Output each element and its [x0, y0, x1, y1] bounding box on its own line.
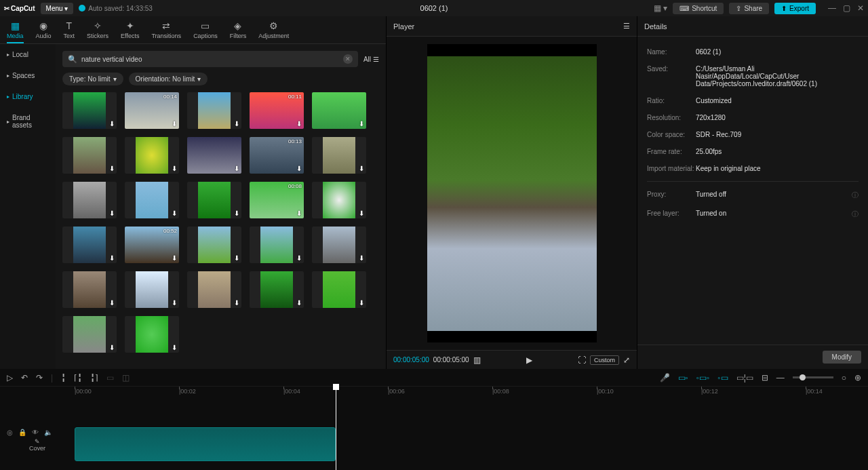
media-thumbnail[interactable]: ⬇ — [250, 271, 304, 308]
media-thumbnail[interactable]: ⬇ — [62, 316, 117, 353]
download-icon[interactable]: ⬇ — [109, 120, 115, 128]
media-thumbnail[interactable]: ⬇ — [62, 92, 117, 129]
media-thumbnail[interactable]: ⬇ — [312, 92, 366, 129]
share-button[interactable]: ⇪ Share — [729, 3, 769, 14]
tab-media[interactable]: ▦Media — [7, 20, 24, 43]
clear-search-icon[interactable]: ✕ — [343, 54, 353, 64]
download-icon[interactable]: ⬇ — [234, 120, 239, 128]
media-thumbnail[interactable]: ⬇ — [187, 182, 241, 218]
media-thumbnail[interactable]: ⬇ — [312, 271, 366, 308]
timeline-clip[interactable] — [75, 427, 336, 461]
media-thumbnail[interactable]: ⬇ — [187, 227, 241, 263]
magnet-icon[interactable]: ◦▭◦ — [696, 373, 710, 383]
tab-adjustment[interactable]: ⚙Adjustment — [258, 20, 289, 43]
export-button[interactable]: ⬆ Export — [774, 3, 816, 14]
download-icon[interactable]: ⬇ — [296, 120, 302, 128]
download-icon[interactable]: ⬇ — [359, 120, 364, 128]
compare-icon[interactable]: ▥ — [473, 355, 481, 365]
filter-orientation[interactable]: Orientation: No limit ▾ — [129, 73, 208, 85]
sidenav-library[interactable]: ▸ Library — [0, 86, 56, 107]
split-icon[interactable]: ╏ — [61, 373, 66, 383]
download-icon[interactable]: ⬇ — [172, 344, 177, 351]
selection-tool-icon[interactable]: ▷ — [7, 373, 13, 383]
shortcut-button[interactable]: ⌨ Shortcut — [673, 3, 724, 14]
download-icon[interactable]: ⬇ — [234, 254, 239, 262]
delete-icon[interactable]: ▭ — [106, 373, 114, 383]
media-thumbnail[interactable]: ⬇ — [312, 227, 366, 263]
crop-icon[interactable]: ◫ — [122, 373, 130, 383]
magnet-main-icon[interactable]: ▭◦ — [678, 373, 688, 383]
media-thumbnail[interactable]: ⬇ — [62, 137, 117, 174]
download-icon[interactable]: ⬇ — [359, 165, 364, 172]
split-right-icon[interactable]: ╏⌉ — [90, 373, 98, 383]
media-thumbnail[interactable]: ⬇ — [62, 271, 117, 308]
play-button[interactable]: ▶ — [526, 355, 532, 365]
tab-filters[interactable]: ◈Filters — [230, 20, 247, 43]
redo-icon[interactable]: ↷ — [36, 373, 43, 383]
media-thumbnail[interactable]: ⬇ — [187, 271, 241, 308]
info-icon[interactable]: ⓘ — [852, 210, 859, 219]
menu-button[interactable]: Menu ▾ — [41, 3, 74, 14]
media-thumbnail[interactable]: 00:52⬇ — [125, 227, 179, 263]
preview-cut-icon[interactable]: ▭¦▭ — [736, 373, 753, 383]
download-icon[interactable]: ⬇ — [296, 210, 302, 217]
zoom-fit-icon[interactable]: ⊕ — [854, 373, 861, 383]
download-icon[interactable]: ⬇ — [109, 210, 115, 217]
filter-all-button[interactable]: All ☰ — [363, 56, 379, 63]
split-left-icon[interactable]: ⌈╏ — [74, 373, 82, 383]
maximize-icon[interactable]: ▢ — [843, 3, 850, 13]
download-icon[interactable]: ⬇ — [109, 344, 115, 351]
media-thumbnail[interactable]: 00:08⬇ — [250, 182, 304, 218]
modify-button[interactable]: Modify — [823, 351, 861, 364]
media-thumbnail[interactable]: 00:13⬇ — [250, 137, 304, 174]
media-thumbnail[interactable]: 00:11⬇ — [250, 92, 304, 129]
link-icon[interactable]: ◦▭ — [717, 373, 728, 383]
player-preview[interactable] — [427, 44, 597, 342]
media-thumbnail[interactable]: ⬇ — [312, 137, 366, 174]
close-icon[interactable]: ✕ — [857, 3, 864, 13]
tab-audio[interactable]: ◉Audio — [36, 20, 52, 43]
download-icon[interactable]: ⬇ — [172, 120, 177, 128]
download-icon[interactable]: ⬇ — [234, 210, 239, 217]
playhead[interactable] — [336, 387, 336, 470]
media-thumbnail[interactable]: 00:14⬇ — [125, 92, 179, 129]
timeline-ruler[interactable]: |00:00|00:02|00:04|00:06|00:08|00:10|00:… — [75, 387, 868, 399]
track-mute-icon[interactable]: 🔈 — [44, 429, 52, 436]
sidenav-brand-assets[interactable]: ▸ Brand assets — [0, 107, 56, 136]
media-thumbnail[interactable]: ⬇ — [125, 182, 179, 218]
download-icon[interactable]: ⬇ — [109, 299, 115, 307]
track-visible-icon[interactable]: 🔒 — [18, 429, 26, 436]
download-icon[interactable]: ⬇ — [296, 165, 302, 172]
player-menu-icon[interactable]: ☰ — [623, 22, 630, 31]
tab-captions[interactable]: ▭Captions — [193, 20, 218, 43]
sidenav-spaces[interactable]: ▸ Spaces — [0, 65, 56, 86]
zoom-in-icon[interactable]: ○ — [842, 373, 846, 383]
tab-effects[interactable]: ✦Effects — [121, 20, 139, 43]
sidenav-local[interactable]: ▸ Local — [0, 44, 56, 65]
filter-type[interactable]: Type: No limit ▾ — [62, 73, 123, 85]
download-icon[interactable]: ⬇ — [234, 165, 239, 172]
media-thumbnail[interactable]: ⬇ — [250, 227, 304, 263]
download-icon[interactable]: ⬇ — [172, 299, 177, 307]
undo-icon[interactable]: ↶ — [21, 373, 28, 383]
download-icon[interactable]: ⬇ — [359, 210, 364, 217]
media-thumbnail[interactable]: ⬇ — [312, 182, 366, 218]
download-icon[interactable]: ⬇ — [296, 254, 302, 262]
ratio-icon[interactable]: ⛶ — [578, 355, 586, 365]
fullscreen-icon[interactable]: ⤢ — [623, 355, 630, 365]
media-thumbnail[interactable]: ⬇ — [62, 182, 117, 218]
search-input[interactable]: 🔍 ✕ — [62, 51, 358, 67]
info-icon[interactable]: ⓘ — [852, 191, 859, 200]
download-icon[interactable]: ⬇ — [172, 165, 177, 172]
zoom-out-icon[interactable]: — — [776, 373, 785, 383]
tab-stickers[interactable]: ✧Stickers — [87, 20, 108, 43]
timeline-tracks[interactable] — [75, 399, 868, 470]
download-icon[interactable]: ⬇ — [109, 254, 115, 262]
track-lock-icon[interactable]: ◎ — [7, 429, 13, 436]
tab-text[interactable]: TText — [64, 20, 75, 43]
download-icon[interactable]: ⬇ — [359, 299, 364, 307]
track-eye-icon[interactable]: 👁 — [32, 429, 39, 436]
cover-button[interactable]: ✎ Cover — [7, 438, 68, 452]
media-thumbnail[interactable]: ⬇ — [187, 137, 241, 174]
track-toggle-icon[interactable]: ⊟ — [762, 373, 768, 383]
